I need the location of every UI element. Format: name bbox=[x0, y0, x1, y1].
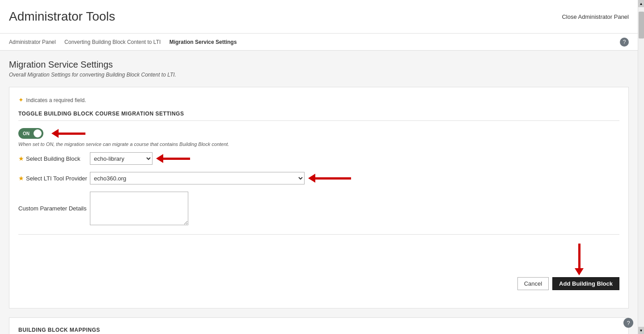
scroll-thumb[interactable] bbox=[639, 12, 644, 39]
mappings-title: BUILDING BLOCK MAPPINGS bbox=[18, 327, 619, 334]
custom-param-label: Custom Parameter Details bbox=[18, 205, 90, 212]
building-block-arrow bbox=[156, 154, 190, 163]
main-content: Migration Service Settings Overall Migra… bbox=[0, 51, 638, 334]
breadcrumb-nav: Administrator Panel Converting Building … bbox=[0, 34, 638, 51]
breadcrumb-sep-1 bbox=[59, 39, 64, 45]
form-divider bbox=[18, 234, 619, 235]
app-title: Administrator Tools bbox=[9, 9, 115, 24]
scrollbar[interactable]: ▲ ▼ bbox=[638, 0, 644, 334]
lti-provider-row: ★ Select LTI Tool Provider echo360.org bbox=[18, 172, 619, 184]
custom-param-row: Custom Parameter Details bbox=[18, 192, 619, 225]
page-subtitle: Overall Migration Settings for convertin… bbox=[9, 72, 629, 78]
section-label: TOGGLE BUILDING BLOCK COURSE MIGRATION S… bbox=[18, 111, 619, 121]
breadcrumb-converting[interactable]: Converting Building Block Content to LTI bbox=[64, 39, 164, 45]
add-arrow-line bbox=[578, 244, 580, 268]
lti-arrow-head bbox=[308, 174, 315, 183]
add-button-arrow bbox=[575, 244, 584, 275]
page-title: Migration Service Settings bbox=[9, 60, 629, 70]
toggle-row: ON When set to ON, the migration service… bbox=[18, 128, 619, 147]
add-building-block-button[interactable]: Add Building Block bbox=[552, 277, 619, 290]
migration-toggle[interactable]: ON bbox=[18, 128, 43, 139]
required-asterisk: ✦ bbox=[18, 96, 24, 103]
toggle-arrow-line bbox=[59, 133, 85, 135]
breadcrumb-sep-2 bbox=[164, 39, 169, 45]
scroll-up-button[interactable]: ▲ bbox=[638, 0, 644, 7]
lti-arrow-line bbox=[315, 177, 351, 180]
toggle-arrow-head bbox=[51, 129, 59, 138]
lti-star: ★ bbox=[18, 175, 24, 182]
building-block-label: ★ Select Building Block bbox=[18, 155, 90, 162]
cancel-button[interactable]: Cancel bbox=[517, 277, 549, 290]
scroll-down-button[interactable]: ▼ bbox=[638, 327, 644, 334]
lti-provider-label: ★ Select LTI Tool Provider bbox=[18, 175, 90, 182]
bottom-help-icon[interactable]: ? bbox=[623, 318, 633, 328]
bb-arrow-line bbox=[163, 158, 190, 160]
lti-arrow bbox=[308, 174, 351, 183]
scroll-track bbox=[638, 7, 644, 327]
toggle-description: When set to ON, the migration service ca… bbox=[18, 141, 619, 147]
required-note: ✦ Indicates a required field. bbox=[18, 96, 619, 103]
toggle-arrow bbox=[51, 129, 85, 138]
building-block-row: ★ Select Building Block echo-library bbox=[18, 152, 619, 165]
app-header: Administrator Tools Close Administrator … bbox=[0, 0, 638, 34]
add-arrow-head bbox=[575, 268, 584, 275]
custom-param-textarea[interactable] bbox=[90, 192, 188, 225]
bb-arrow-head bbox=[156, 154, 163, 163]
toggle-circle bbox=[34, 129, 42, 137]
breadcrumb-admin-panel[interactable]: Administrator Panel bbox=[9, 39, 59, 45]
form-card: ✦ Indicates a required field. TOGGLE BUI… bbox=[9, 87, 629, 308]
breadcrumb-migration-settings[interactable]: Migration Service Settings bbox=[169, 39, 241, 45]
building-block-select[interactable]: echo-library bbox=[90, 152, 153, 165]
building-block-star: ★ bbox=[18, 155, 24, 162]
action-buttons: Cancel Add Building Block bbox=[18, 277, 619, 290]
mappings-section: BUILDING BLOCK MAPPINGS bbox=[9, 317, 629, 334]
header-help-icon[interactable]: ? bbox=[620, 38, 629, 47]
lti-provider-select[interactable]: echo360.org bbox=[90, 172, 305, 184]
close-panel-link[interactable]: Close Administrator Panel bbox=[562, 13, 629, 20]
toggle-on-label: ON bbox=[20, 131, 30, 136]
